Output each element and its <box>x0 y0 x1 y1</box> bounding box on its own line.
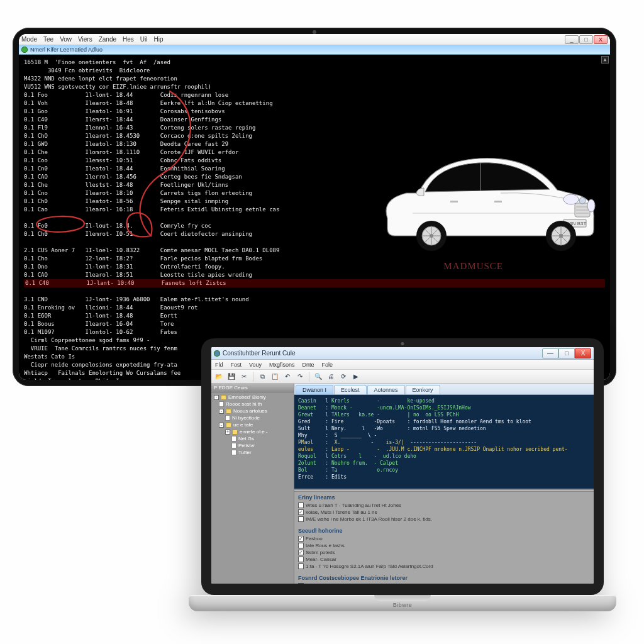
menu-item[interactable]: Vow <box>60 36 72 43</box>
list-item[interactable]: kolae, Muts l Tsrene Tall au 1 ne <box>298 509 590 516</box>
checkbox[interactable] <box>298 583 304 584</box>
tree-expander-icon[interactable]: - <box>214 395 219 400</box>
list-item[interactable]: IM/E wshe i ne Morbo ek 1 IT3A Rooll his… <box>298 516 590 523</box>
webcam-icon <box>401 342 404 345</box>
maximize-button[interactable]: □ <box>579 35 593 44</box>
console-line: Sult l Nery. l -Wo : motnl FS5 Spew nedo… <box>298 425 590 432</box>
app-icon <box>21 47 28 53</box>
app-icon <box>214 350 220 357</box>
refresh-icon[interactable]: ⟳ <box>338 372 348 382</box>
tab-bar: Dwanon IEcolestAotonnesEonkory <box>294 384 594 395</box>
sidebar-tree[interactable]: P EDGE Ceurs -Emnobed' BloniyRoooc sost … <box>211 384 294 584</box>
checkbox[interactable] <box>298 516 304 522</box>
menu-item[interactable]: Tee <box>43 36 53 43</box>
list-item[interactable]: Flohsfoooon Enslota lnf tarp tiom Mur l … <box>298 582 590 584</box>
checkbox[interactable] <box>298 502 304 508</box>
menu-item[interactable]: Mxgfisons <box>269 362 295 368</box>
diagnostic-terminal[interactable]: ▲ 16518 M 'Finoe onetienters fvt Af /ase… <box>19 55 610 380</box>
paste-icon[interactable]: 📋 <box>270 372 280 382</box>
terminal-line: 0.1 C40 Ilemrst- 18:44 Doainser Genffing… <box>24 116 605 124</box>
tree-item[interactable]: -ue e tate <box>213 421 292 428</box>
checkbox[interactable] <box>298 543 304 548</box>
menu-item[interactable]: Viers <box>78 36 92 43</box>
run-icon[interactable]: ▶ <box>351 372 361 382</box>
checkbox[interactable] <box>298 509 304 515</box>
scroll-up-icon[interactable]: ▲ <box>601 56 609 64</box>
terminal-line: 0.1 Goo Ileatol- 16:91 Corosabs tenisobo… <box>24 108 605 116</box>
tree-item-label: Noous artolues <box>233 408 267 414</box>
minimize-button[interactable]: _ <box>565 35 579 44</box>
save-icon[interactable]: 💾 <box>226 372 236 382</box>
tree-item[interactable]: Tufter <box>213 449 292 456</box>
tree-expander-icon[interactable]: + <box>225 430 230 435</box>
tree-item[interactable]: Net Gs <box>213 435 292 442</box>
menu-item[interactable]: Fld <box>215 362 223 368</box>
list-item[interactable]: tate Rous e lashs <box>298 542 590 549</box>
copy-icon[interactable]: ⧉ <box>257 372 267 382</box>
menu-item[interactable]: Fost <box>231 362 242 368</box>
menu-item[interactable]: Fole <box>322 362 333 368</box>
tree-item[interactable]: +ennete ol:e - <box>213 428 292 435</box>
menu-item[interactable]: Hip <box>153 36 163 43</box>
tab[interactable]: Aotonnes <box>367 385 405 394</box>
tree-item[interactable]: Roooc sost hi.th <box>213 401 292 408</box>
output-console[interactable]: Caasin l Krorls - ke-uposedDeanet : Mooc… <box>294 395 594 489</box>
console-line: Deanet : Moock - -uncm.LMA-OnISoIMs._ESI… <box>298 404 590 411</box>
menu-item[interactable]: Zande <box>99 36 116 43</box>
tab[interactable]: Eonkory <box>406 385 440 394</box>
menu-item[interactable]: Uil <box>140 36 148 43</box>
undo-icon[interactable]: ↶ <box>282 372 292 382</box>
terminal-line: VU512 WNS sgotsvectty cor EIZF.lniee arr… <box>24 83 605 91</box>
folder-open-icon[interactable]: 📂 <box>214 372 224 382</box>
menu-item[interactable]: Vouy <box>249 362 262 368</box>
checkbox[interactable] <box>298 557 304 562</box>
print-icon[interactable]: 🖨 <box>326 372 336 382</box>
folder-icon <box>232 430 238 435</box>
tree-item-label: Emnobed' Bloniy <box>228 394 266 400</box>
list-item[interactable]: Mear- Cansar <box>298 556 590 563</box>
list-item-label: tate Rous e lashs <box>306 542 345 549</box>
folder-icon <box>226 423 231 428</box>
tree-item[interactable]: Ni byectiode <box>213 414 292 421</box>
laptop-base: Bibwre <box>189 595 616 611</box>
minimize-button[interactable]: — <box>542 348 558 358</box>
console-line: Mhy : S _______ \ - <box>298 432 590 439</box>
list-item-label: Flohsfoooon Enslota lnf tarp tiom Mur l … <box>306 582 435 584</box>
tree-item[interactable]: -Emnobed' Bloniy <box>213 394 292 401</box>
checkbox[interactable] <box>298 536 304 541</box>
laptop-screen: Constituhtber Rerunt Cule — □ X Fld Fost… <box>211 347 594 584</box>
search-icon[interactable]: 🔍 <box>313 372 323 382</box>
list-item-label: kolae, Muts l Tsrene Tall au 1 ne <box>306 509 377 516</box>
menu-item[interactable]: Mode <box>21 36 37 43</box>
close-button[interactable]: X <box>575 348 591 358</box>
section-title: Eriny lineams <box>294 492 594 502</box>
list-item[interactable]: Fasboo <box>298 535 590 542</box>
menu-item[interactable]: Dnte <box>303 362 314 368</box>
tab[interactable]: Ecolest <box>334 385 367 394</box>
desktop-screen: Mode Tee Vow Viers Zande Hes Uil Hip _ □… <box>19 34 610 380</box>
list-item[interactable]: Ssbm poteds <box>298 549 590 556</box>
window-title: Constituhtber Rerunt Cule <box>223 350 296 357</box>
desktop-app-menubar: Mode Tee Vow Viers Zande Hes Uil Hip _ □… <box>19 34 610 45</box>
svg-rect-9 <box>494 201 502 203</box>
tree-item[interactable]: Pellstvr <box>213 442 292 449</box>
list-item[interactable]: Wtes u l'aah T - Tulanding au l'ret Ht J… <box>298 502 590 509</box>
close-button[interactable]: X <box>594 35 608 44</box>
redo-icon[interactable]: ↷ <box>295 372 305 382</box>
svg-rect-8 <box>450 201 458 203</box>
tree-expander-icon[interactable]: - <box>219 409 224 414</box>
terminal-line: 3049 Fcn obtrievits Bidcloore <box>24 67 605 75</box>
checkbox[interactable] <box>298 550 304 555</box>
list-item-label: Ssbm poteds <box>306 549 335 556</box>
properties-panel[interactable]: Eriny lineamsWtes u l'aah T - Tulanding … <box>294 492 594 584</box>
console-line: Errce : Edits <box>298 474 590 480</box>
menu-item[interactable]: Hes <box>123 36 134 43</box>
tree-expander-icon[interactable]: - <box>219 423 224 428</box>
console-line: eules : Laop - - .JUU.M c.INCHPF mrokone… <box>298 446 590 453</box>
tree-item[interactable]: -Noous artolues <box>213 408 292 414</box>
tab[interactable]: Dwanon I <box>296 385 333 394</box>
checkbox[interactable] <box>298 564 304 569</box>
cut-icon[interactable]: ✂ <box>239 372 249 382</box>
maximize-button[interactable]: □ <box>558 348 575 358</box>
list-item[interactable]: 1:ta - T ?0 Hosogre S2.1A alun Farp Tald… <box>298 563 590 570</box>
